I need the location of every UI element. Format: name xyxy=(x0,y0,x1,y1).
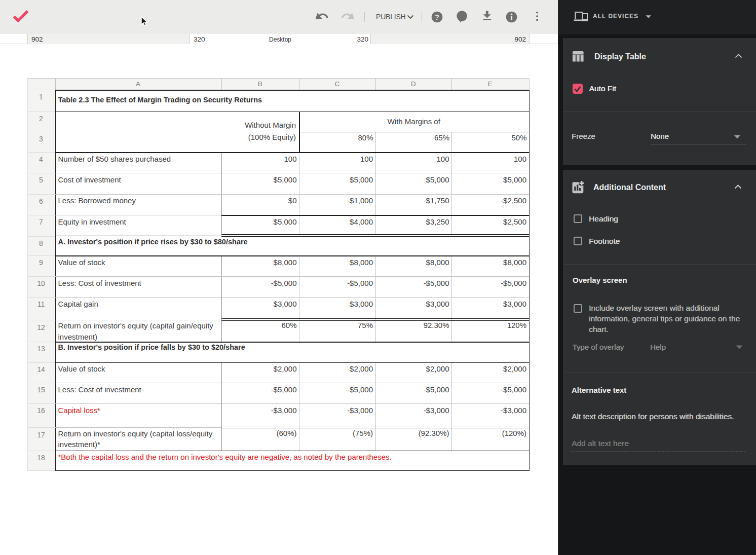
svg-text:?: ? xyxy=(435,13,439,21)
